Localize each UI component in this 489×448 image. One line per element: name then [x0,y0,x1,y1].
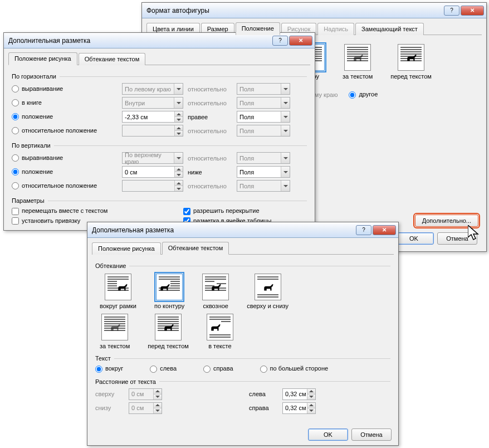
tab-text-wrap[interactable]: Обтекание текстом [79,53,146,65]
format-titlebar[interactable]: Формат автофигуры ? ✕ [142,3,486,18]
tab-picture-position[interactable]: Положение рисунка [92,242,161,255]
wrap-square-label: вокруг рамки [100,303,136,309]
chevron-down-icon [281,111,290,122]
layoutwrap-title: Дополнительная разметка [92,226,355,234]
combo-h-pos-rel[interactable]: Поля [237,111,290,123]
layoutpos-tabbar: Положение рисунка Обтекание текстом [8,52,310,65]
label-below: ниже [188,169,232,176]
spin-v-pos[interactable]: 0 см [122,166,183,178]
group-text: Текст [95,355,390,362]
wrap-cancel-button[interactable]: Отмена [351,428,392,441]
wrap-through-label: сквозное [203,303,228,309]
radio-h-pos[interactable]: положение [12,113,53,121]
wrap-behind[interactable]: за текстом [100,314,130,349]
label-relative: относительно [188,86,232,92]
close-button[interactable]: ✕ [373,225,396,235]
spin-h-relpos [122,125,183,137]
radio-h-book[interactable]: в книге [12,99,42,107]
label-relative: относительно [188,183,232,189]
label-rightof: правее [188,114,232,120]
combo-h-align-rel: Поля [237,83,290,95]
radio-text-left[interactable]: слева [150,365,177,373]
spin-h-pos[interactable]: -2,33 см [122,111,183,123]
tab-text-wrap[interactable]: Обтекание текстом [162,242,229,255]
more-button[interactable]: Дополнительно... [415,215,478,227]
wrap-tight[interactable]: по контуру [154,274,184,309]
chevron-down-icon [307,408,315,413]
chevron-down-icon [174,84,183,94]
tab-picture-position[interactable]: Положение рисунка [8,52,77,65]
spin-dist-left[interactable]: 0,32 см [282,388,316,400]
layoutwrap-titlebar[interactable]: Дополнительная разметка ? ✕ [87,222,398,238]
wrap-infront[interactable]: перед текстом [148,314,189,349]
wrap-square[interactable]: вокруг рамки [100,274,136,309]
close-button[interactable]: ✕ [461,6,484,16]
combo-v-pos-rel[interactable]: Поля [237,166,290,178]
radio-text-largest[interactable]: по большей стороне [260,365,329,373]
spin-v-relpos [122,180,183,192]
chevron-up-icon [307,403,315,408]
combo-v-align-rel: Поля [237,152,290,164]
combo-v-relpos-rel: Поля [237,180,290,192]
radio-text-right[interactable]: справа [203,365,233,373]
wrap-ok-button[interactable]: OK [308,428,348,441]
chevron-down-icon [281,84,290,94]
radio-h-relpos[interactable]: относительное положение [12,127,97,135]
label-relative: относительно [188,128,232,134]
help-button[interactable]: ? [444,6,459,16]
label-dist-top: сверху [95,391,124,397]
radio-v-pos[interactable]: положение [12,168,53,176]
radio-other[interactable]: другое [349,91,378,99]
radio-v-relpos[interactable]: относительное положение [12,182,97,190]
label-relative: относительно [188,155,232,162]
wrap-topbottom[interactable]: сверху и снизу [247,274,288,309]
wrap-behind-label: за текстом [343,73,373,80]
chevron-down-icon [281,181,290,191]
format-title: Формат автофигуры [146,7,443,14]
spin-dist-right[interactable]: 0,32 см [282,402,316,414]
chevron-up-icon [174,167,183,172]
close-button[interactable]: ✕ [289,36,312,46]
wrap-option-infront[interactable]: перед текстом [390,44,432,80]
group-horizontal: По горизонтали [12,73,307,80]
wrap-infront-label: перед текстом [390,73,432,80]
check-move-with-text[interactable]: перемещать вместе с текстом [12,207,179,215]
tab-textbox: Надпись [317,23,354,35]
group-params: Параметры [12,197,307,204]
chevron-down-icon [281,167,290,177]
combo-h-relpos-rel: Поля [237,125,290,137]
spin-dist-top: 0 см [129,388,162,400]
format-ok-button[interactable]: OK [394,232,434,245]
radio-h-align[interactable]: выравнивание [12,85,63,93]
radio-text-around[interactable]: вокруг [95,365,123,373]
help-button[interactable]: ? [272,36,288,46]
check-allow-overlap[interactable]: разрешить перекрытие [183,207,260,215]
chevron-down-icon [281,98,290,108]
spin-dist-bottom: 0 см [129,402,162,414]
chevron-down-icon [174,172,183,177]
layoutpos-titlebar[interactable]: Дополнительная разметка ? ✕ [4,33,315,48]
chevron-up-icon [174,111,183,116]
chevron-down-icon [174,98,183,108]
label-dist-right: справа [249,405,278,411]
label-dist-bottom: снизу [95,405,124,411]
help-button[interactable]: ? [356,225,371,235]
label-dist-left: слева [249,391,278,397]
layout-wrap-dialog: Дополнительная разметка ? ✕ Положение ри… [87,222,399,446]
tab-alttext[interactable]: Замещающий текст [355,23,424,35]
layoutpos-title: Дополнительная разметка [8,37,271,45]
combo-h-align: По левому краю [122,83,183,95]
chevron-down-icon [307,394,315,400]
format-cancel-button[interactable]: Отмена [437,232,477,245]
wrap-inline-label: в тексте [208,343,231,349]
wrap-inline[interactable]: в тексте [207,314,233,349]
wrap-topbottom-label: сверху и снизу [247,303,288,309]
group-distance: Расстояние от текста [95,378,390,385]
radio-v-align[interactable]: выравнивание [12,154,63,162]
chevron-down-icon [174,116,183,122]
wrap-option-behind[interactable]: за текстом [343,44,373,80]
wrap-through[interactable]: сквозное [202,274,229,309]
wrap-tight-label: по контуру [154,303,184,309]
tab-position[interactable]: Положение [236,22,280,35]
combo-v-align: По верхнему краю [122,152,183,164]
